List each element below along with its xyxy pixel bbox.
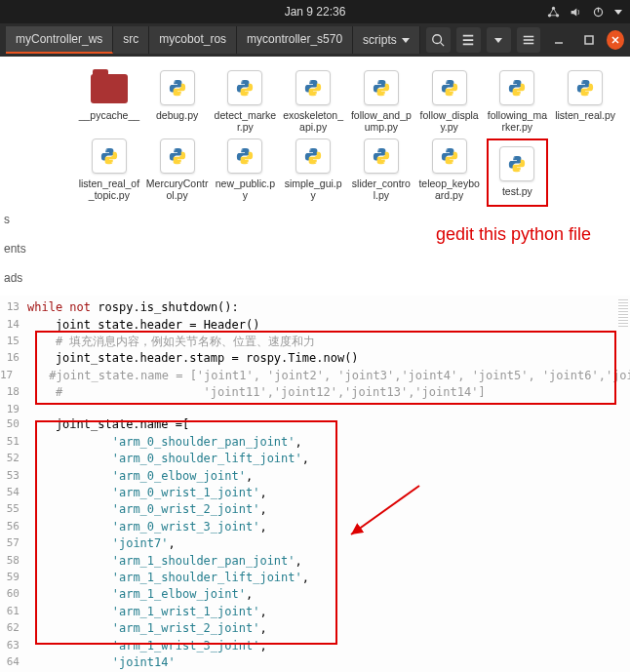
list-icon (461, 33, 475, 47)
svg-point-22 (588, 94, 589, 95)
file-item[interactable]: __pycache__ (78, 70, 140, 133)
python-file-icon (295, 70, 331, 105)
code-content: #joint_state.name = ['joint1', 'joint2',… (20, 368, 630, 384)
line-number: 62 (0, 620, 27, 637)
breadcrumb-scripts[interactable]: scripts (353, 26, 420, 54)
code-content: 'arm_0_wrist_2_joint', (27, 501, 267, 518)
file-item[interactable]: test.py (487, 138, 549, 207)
code-content: 'arm_0_wrist_3_joint', (27, 519, 267, 535)
close-icon (610, 35, 620, 45)
code-line: 57 'joint7', (0, 535, 630, 552)
chevron-down-icon[interactable] (614, 10, 622, 15)
file-item[interactable]: debug.py (146, 70, 209, 133)
svg-point-13 (309, 81, 310, 82)
svg-point-21 (581, 81, 582, 82)
svg-point-17 (446, 81, 447, 82)
svg-point-29 (309, 149, 310, 150)
svg-point-25 (174, 149, 175, 150)
file-label: follow_display.py (418, 109, 481, 133)
svg-point-30 (316, 162, 317, 163)
power-icon (592, 6, 605, 19)
svg-point-36 (520, 170, 521, 171)
svg-point-26 (179, 162, 180, 163)
maximize-button[interactable] (576, 27, 601, 53)
line-number: 50 (0, 416, 27, 433)
breadcrumb-label: mycobot_ros (159, 32, 226, 46)
chevron-down-icon (402, 38, 410, 43)
breadcrumb-mycontroller_s570[interactable]: mycontroller_s570 (237, 26, 353, 54)
breadcrumb-mycobot_ros[interactable]: mycobot_ros (149, 26, 237, 54)
annotation-label: gedit this python file (0, 217, 630, 257)
line-number: 56 (0, 519, 27, 535)
svg-point-31 (377, 149, 378, 150)
close-button[interactable] (607, 30, 624, 50)
code-content: 'arm_1_shoulder_lift_joint', (27, 570, 309, 586)
list-view-button[interactable] (456, 27, 481, 53)
file-item[interactable]: slider_control.py (350, 138, 413, 207)
code-content: # 'joint11','joint12','joint13','joint14… (27, 384, 486, 401)
svg-point-20 (520, 94, 521, 95)
code-line: 58 'arm_1_shoulder_pan_joint', (0, 553, 630, 570)
line-number: 14 (0, 317, 27, 334)
file-label: detect_marker.py (215, 109, 277, 133)
minimize-icon (553, 34, 565, 46)
line-number: 57 (0, 535, 27, 552)
line-number: 13 (0, 299, 27, 316)
hamburger-menu-button[interactable] (517, 27, 541, 53)
file-item[interactable]: detect_marker.py (215, 70, 277, 133)
file-item[interactable]: follow_display.py (418, 70, 481, 133)
code-line: 16 joint_state.header.stamp = rospy.Time… (0, 350, 630, 367)
code-content: 'arm_1_shoulder_pan_joint', (27, 553, 302, 570)
svg-line-6 (441, 43, 445, 47)
code-editor[interactable]: 13while not rospy.is_shutdown():14 joint… (0, 296, 630, 672)
line-number: 61 (0, 604, 27, 620)
svg-point-5 (433, 35, 442, 44)
file-item[interactable]: listen_real_of_topic.py (78, 138, 140, 207)
line-number: 18 (0, 384, 27, 401)
code-content: 'joint14' (27, 654, 176, 671)
line-number: 52 (0, 451, 27, 467)
line-number: 60 (0, 586, 27, 603)
minimize-button[interactable] (546, 27, 571, 53)
file-item[interactable]: MercuryControl.py (146, 138, 209, 207)
system-tray (547, 6, 622, 19)
file-item[interactable]: following_marker.py (487, 70, 549, 133)
view-dropdown-button[interactable] (487, 27, 511, 53)
code-line: 64 'joint14' (0, 654, 630, 671)
code-line: 51 'arm_0_shoulder_pan_joint', (0, 434, 630, 451)
code-content: 'arm_1_wrist_1_joint', (27, 604, 267, 620)
svg-point-10 (179, 94, 180, 95)
svg-point-24 (111, 162, 112, 163)
python-file-icon (499, 70, 534, 105)
file-item[interactable]: new_public.py (215, 138, 277, 207)
svg-point-35 (514, 157, 515, 158)
svg-point-16 (383, 94, 384, 95)
search-button[interactable] (426, 27, 451, 53)
code-content: joint_state.header = Header() (27, 317, 259, 334)
code-line: 19 (0, 402, 630, 417)
file-item[interactable]: follow_and_pump.py (350, 70, 413, 133)
python-file-icon (432, 70, 467, 105)
line-number: 64 (0, 654, 27, 671)
line-number: 51 (0, 434, 27, 451)
path-toolbar: myController_wssrcmycobot_rosmycontrolle… (0, 23, 630, 57)
code-content: 'arm_0_shoulder_pan_joint', (27, 434, 302, 451)
network-icon (547, 6, 560, 19)
breadcrumb-src[interactable]: src (113, 26, 149, 54)
breadcrumb-label: mycontroller_s570 (247, 32, 342, 46)
file-item[interactable]: listen_real.py (554, 70, 616, 133)
python-file-icon (568, 70, 603, 105)
code-line: 50 joint_state.name =[ (0, 416, 630, 433)
breadcrumb-myController_ws[interactable]: myController_ws (6, 26, 113, 54)
code-line: 18 # 'joint11','joint12','joint13','join… (0, 384, 630, 401)
code-content: 'arm_0_elbow_joint', (27, 468, 253, 485)
line-number: 17 (0, 368, 20, 384)
file-label: following_marker.py (487, 109, 549, 133)
code-content: joint_state.header.stamp = rospy.Time.no… (27, 350, 359, 367)
code-line: 59 'arm_1_shoulder_lift_joint', (0, 570, 630, 586)
file-item[interactable]: simple_gui.py (282, 138, 344, 207)
file-label: MercuryControl.py (146, 178, 209, 201)
file-item[interactable]: exoskeleton_api.py (282, 70, 344, 133)
svg-point-33 (446, 149, 447, 150)
file-item[interactable]: teleop_keyboard.py (418, 138, 481, 207)
